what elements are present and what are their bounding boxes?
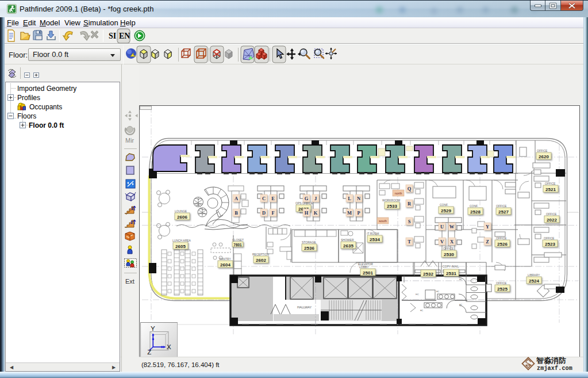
svg-text:HC: HC — [459, 304, 463, 306]
svg-text:north: north — [395, 192, 402, 195]
svg-text:R: R — [408, 201, 412, 207]
svg-text:L: L — [348, 196, 351, 201]
svg-text:智淼消防: 智淼消防 — [536, 356, 566, 365]
svg-text:OFFICE: OFFICE — [537, 149, 548, 152]
svg-text:COPY /MAIL: COPY /MAIL — [443, 265, 459, 268]
svg-text:2602: 2602 — [256, 258, 266, 263]
svg-text:Imported Geometry: Imported Geometry — [17, 85, 76, 93]
svg-text:H: H — [305, 210, 309, 216]
svg-text:V: V — [440, 239, 444, 245]
svg-text:E: E — [271, 196, 275, 201]
svg-text:OFFICE: OFFICE — [496, 236, 507, 240]
svg-text:2532: 2532 — [423, 272, 433, 277]
svg-text:2606: 2606 — [177, 215, 187, 220]
svg-text:2501: 2501 — [363, 270, 373, 276]
svg-text:OFFICE: OFFICE — [496, 281, 507, 285]
svg-text:CLOSET: CLOSET — [232, 238, 244, 242]
svg-text:C: C — [262, 196, 266, 201]
svg-text:2523: 2523 — [545, 242, 555, 247]
svg-text:SHOWER: SHOWER — [341, 238, 354, 242]
svg-text:Y: Y — [151, 324, 155, 332]
svg-text:X: X — [167, 343, 171, 350]
svg-text:STORAGE: STORAGE — [302, 240, 316, 244]
svg-text:PANTRY: PANTRY — [220, 257, 231, 261]
svg-text:HC: HC — [436, 291, 440, 293]
svg-text:D: D — [262, 210, 266, 216]
svg-text:OFFICE: OFFICE — [546, 212, 557, 216]
svg-text:Y: Y — [486, 224, 489, 230]
svg-text:2: 2 — [130, 220, 133, 225]
svg-text:T: T — [408, 239, 411, 245]
svg-text:2521: 2521 — [545, 187, 556, 192]
svg-text:HC: HC — [416, 293, 419, 296]
svg-text:Profiles: Profiles — [17, 94, 40, 102]
svg-text:2536: 2536 — [304, 246, 314, 251]
svg-text:south: south — [379, 219, 386, 223]
svg-text:2529: 2529 — [441, 208, 451, 213]
svg-text:1: 1 — [131, 206, 134, 211]
svg-text:Z: Z — [147, 348, 151, 356]
svg-text:2531: 2531 — [446, 271, 456, 276]
svg-text:2524: 2524 — [529, 278, 539, 284]
svg-text:2605: 2605 — [175, 244, 186, 249]
svg-text:W: W — [449, 224, 455, 230]
svg-text:K: K — [314, 210, 318, 216]
svg-text:HC: HC — [420, 310, 424, 312]
svg-text:X: X — [450, 239, 454, 245]
svg-text:2022: 2022 — [547, 217, 557, 223]
svg-text:Ext: Ext — [125, 278, 134, 285]
svg-text:G: G — [305, 196, 309, 201]
svg-text:IT ROOM: IT ROOM — [367, 232, 379, 235]
svg-text:P: P — [357, 210, 360, 216]
svg-text:Mir: Mir — [125, 137, 134, 144]
svg-text:2526: 2526 — [497, 242, 508, 247]
svg-text:HALLWAY: HALLWAY — [297, 306, 312, 309]
svg-text:2620: 2620 — [539, 154, 549, 159]
svg-text:LOUNGE: LOUNGE — [175, 209, 187, 213]
svg-text:EN: EN — [119, 32, 130, 40]
svg-text:Occupants: Occupants — [29, 103, 62, 111]
svg-text:CONF.: CONF. — [440, 203, 448, 207]
svg-text:LIBRARY: LIBRARY — [528, 273, 540, 277]
svg-text:WORKROOM: WORKROOM — [382, 198, 400, 202]
svg-text:N: N — [357, 196, 361, 201]
svg-text:LOBBY: LOBBY — [359, 265, 369, 269]
svg-text:2534: 2534 — [370, 237, 380, 242]
svg-text:A: A — [235, 196, 239, 201]
svg-text:2528: 2528 — [470, 209, 481, 215]
svg-text:2525: 2525 — [497, 287, 508, 292]
svg-text:Floor 0.0 ft: Floor 0.0 ft — [29, 121, 64, 129]
svg-text:Q: Q — [408, 186, 412, 192]
svg-text:2635: 2635 — [343, 243, 353, 249]
svg-text:B: B — [235, 210, 238, 216]
svg-text:OFFICE: OFFICE — [544, 236, 555, 240]
svg-text:OFFICE: OFFICE — [545, 182, 556, 185]
svg-text:M: M — [347, 210, 352, 216]
svg-text:F: F — [271, 210, 274, 216]
svg-text:zmjaxf.com: zmjaxf.com — [537, 365, 572, 372]
svg-text:S: S — [408, 219, 411, 224]
svg-text:OFFICE: OFFICE — [443, 247, 454, 250]
svg-text:2530: 2530 — [444, 252, 454, 257]
svg-text:HC: HC — [459, 278, 463, 281]
svg-text:2533: 2533 — [387, 204, 397, 209]
svg-text:2527: 2527 — [498, 209, 509, 215]
svg-text:7601: 7601 — [233, 243, 242, 247]
svg-text:Floors: Floors — [17, 112, 36, 120]
svg-text:2604: 2604 — [220, 262, 230, 268]
svg-text:RECEPTION: RECEPTION — [252, 253, 270, 256]
svg-text:SI: SI — [109, 32, 116, 40]
svg-text:Z: Z — [486, 239, 489, 245]
svg-text:U: U — [440, 224, 444, 230]
svg-text:OFFICE: OFFICE — [496, 204, 507, 208]
svg-text:CONF.: CONF. — [470, 204, 478, 208]
svg-text:LUNCH AREA: LUNCH AREA — [172, 239, 191, 242]
